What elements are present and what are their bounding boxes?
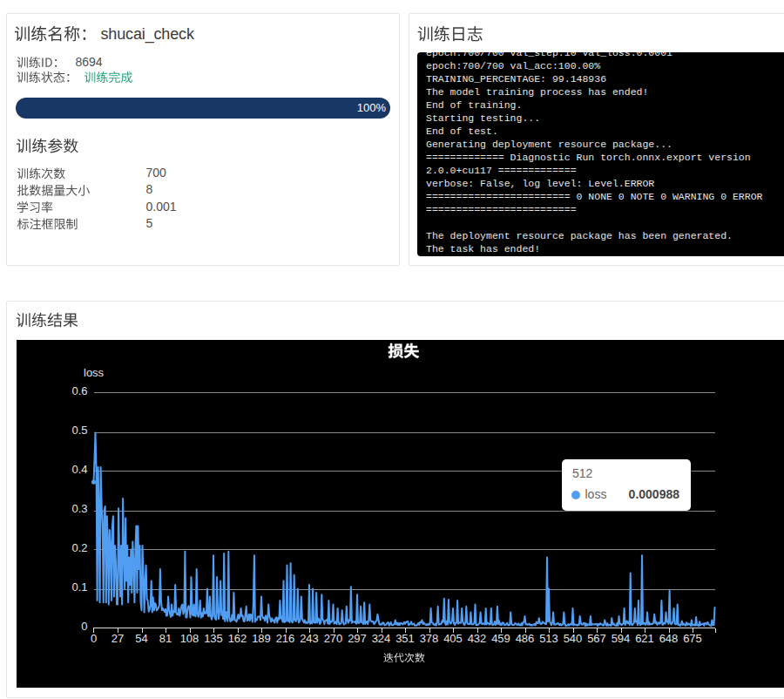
svg-text:567: 567 (587, 632, 606, 645)
svg-text:loss: loss (84, 366, 105, 379)
svg-text:540: 540 (564, 632, 583, 645)
svg-text:594: 594 (612, 632, 631, 645)
svg-text:0.5: 0.5 (71, 424, 87, 437)
svg-text:81: 81 (159, 632, 172, 645)
svg-text:0.4: 0.4 (71, 463, 87, 476)
svg-text:0.3: 0.3 (71, 502, 87, 515)
svg-text:675: 675 (683, 632, 702, 645)
svg-text:270: 270 (324, 632, 343, 645)
svg-text:513: 513 (539, 632, 558, 645)
svg-text:324: 324 (372, 632, 391, 645)
svg-text:162: 162 (228, 632, 247, 645)
svg-text:432: 432 (468, 632, 487, 645)
svg-text:108: 108 (180, 632, 199, 645)
svg-text:0.1: 0.1 (71, 580, 87, 594)
svg-text:378: 378 (420, 632, 439, 645)
svg-text:0.6: 0.6 (71, 384, 87, 397)
svg-text:189: 189 (252, 632, 271, 645)
svg-text:135: 135 (204, 632, 223, 645)
svg-text:405: 405 (443, 632, 463, 645)
svg-text:459: 459 (491, 632, 510, 645)
svg-text:54: 54 (135, 632, 147, 645)
svg-text:27: 27 (112, 632, 124, 645)
svg-text:297: 297 (348, 632, 367, 645)
svg-text:0: 0 (91, 632, 97, 645)
svg-text:0: 0 (81, 620, 87, 633)
svg-text:243: 243 (300, 632, 319, 645)
svg-text:621: 621 (635, 632, 654, 645)
svg-text:486: 486 (516, 632, 535, 645)
svg-text:648: 648 (659, 632, 679, 645)
svg-text:351: 351 (395, 632, 415, 645)
svg-text:0.2: 0.2 (71, 541, 87, 554)
svg-text:216: 216 (276, 632, 295, 645)
